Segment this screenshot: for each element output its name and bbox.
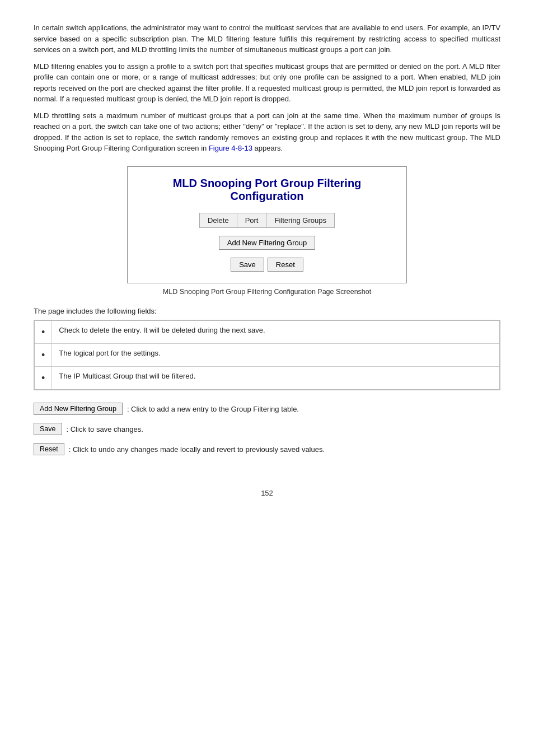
btn-desc-row-reset: Reset : Click to undo any changes made l… [34,443,500,455]
save-button[interactable]: Save [34,423,62,435]
figure-link[interactable]: Figure 4-8-13 [209,144,252,152]
save-button-description: : Click to save changes. [67,423,143,435]
screenshot-table: Delete Port Filtering Groups [199,213,335,228]
table-row: • Check to delete the entry. It will be … [34,320,500,344]
fields-table: • Check to delete the entry. It will be … [34,320,500,390]
col-port: Port [237,213,266,227]
paragraph-1: In certain switch applications, the admi… [34,22,500,55]
table-row: • The IP Multicast Group that will be fi… [34,367,500,390]
col-filtering-groups: Filtering Groups [266,213,334,227]
screenshot-save-button[interactable]: Save [231,258,264,272]
col-delete: Delete [200,213,237,227]
page-number: 152 [34,489,500,497]
bullet-3: • [34,367,52,390]
reset-button[interactable]: Reset [34,443,64,455]
intro-paragraphs: In certain switch applications, the admi… [34,22,500,154]
field-desc-3: The IP Multicast Group that will be filt… [52,367,500,390]
screenshot-reset-button[interactable]: Reset [268,258,303,272]
screenshot-add-button[interactable]: Add New Filtering Group [219,236,315,250]
bullet-1: • [34,320,52,344]
screenshot-title: MLD Snooping Port Group Filtering Config… [139,177,395,203]
btn-desc-row-add: Add New Filtering Group : Click to add a… [34,403,500,415]
bullet-2: • [34,344,52,367]
field-desc-2: The logical port for the settings. [52,344,500,367]
screenshot-caption: MLD Snooping Port Group Filtering Config… [34,288,500,296]
reset-button-description: : Click to undo any changes made locally… [69,443,325,455]
add-new-filtering-group-button[interactable]: Add New Filtering Group [34,403,123,415]
button-descriptions: Add New Filtering Group : Click to add a… [34,403,500,455]
paragraph-2: MLD filtering enables you to assign a pr… [34,61,500,105]
add-button-description: : Click to add a new entry to the Group … [127,403,299,415]
screenshot-box: MLD Snooping Port Group Filtering Config… [127,166,407,283]
btn-desc-row-save: Save : Click to save changes. [34,423,500,435]
table-row: • The logical port for the settings. [34,344,500,367]
paragraph-3: MLD throttling sets a maximum number of … [34,110,500,154]
field-desc-1: Check to delete the entry. It will be de… [52,320,500,344]
fields-intro: The page includes the following fields: [34,306,500,317]
